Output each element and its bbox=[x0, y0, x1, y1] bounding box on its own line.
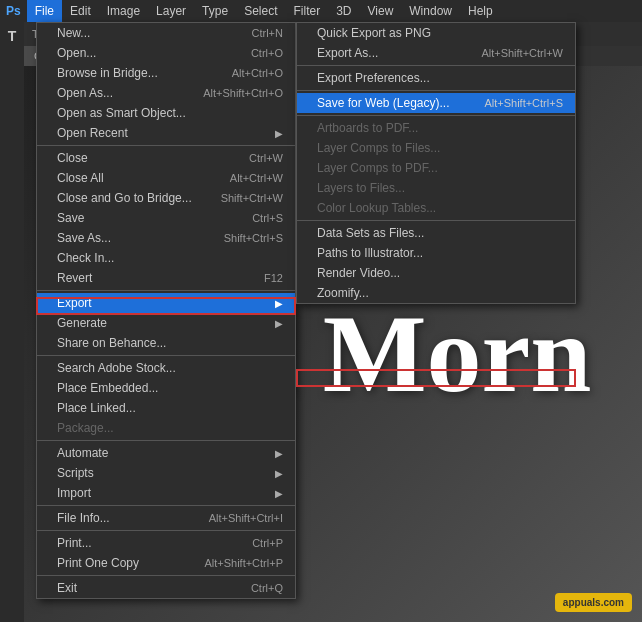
menu-item-open-recent[interactable]: Open Recent ▶ bbox=[37, 123, 295, 143]
export-quick[interactable]: Quick Export as PNG bbox=[297, 23, 575, 43]
menu-item-check-in[interactable]: Check In... bbox=[37, 248, 295, 268]
menu-ps-icon[interactable]: Ps bbox=[0, 0, 27, 22]
export-artboards-pdf[interactable]: Artboards to PDF... bbox=[297, 118, 575, 138]
export-prefs[interactable]: Export Preferences... bbox=[297, 68, 575, 88]
menu-item-import[interactable]: Import ▶ bbox=[37, 483, 295, 503]
menu-type[interactable]: Type bbox=[194, 0, 236, 22]
export-sep-4 bbox=[297, 220, 575, 221]
menu-item-search-stock[interactable]: Search Adobe Stock... bbox=[37, 358, 295, 378]
menu-item-file-info[interactable]: File Info... Alt+Shift+Ctrl+I bbox=[37, 508, 295, 528]
export-sep-2 bbox=[297, 90, 575, 91]
menu-item-print-one[interactable]: Print One Copy Alt+Shift+Ctrl+P bbox=[37, 553, 295, 573]
menu-item-open-as[interactable]: Open As... Alt+Shift+Ctrl+O bbox=[37, 83, 295, 103]
export-layer-comps-files[interactable]: Layer Comps to Files... bbox=[297, 138, 575, 158]
export-sep-1 bbox=[297, 65, 575, 66]
menu-select[interactable]: Select bbox=[236, 0, 285, 22]
menu-item-export[interactable]: Export ▶ bbox=[37, 293, 295, 313]
export-submenu: Quick Export as PNG Export As... Alt+Shi… bbox=[296, 22, 576, 304]
menu-item-close-all[interactable]: Close All Alt+Ctrl+W bbox=[37, 168, 295, 188]
menu-bar: Ps File Edit Image Layer Type Select Fil… bbox=[0, 0, 642, 22]
export-layer-comps-pdf[interactable]: Layer Comps to PDF... bbox=[297, 158, 575, 178]
menu-item-place-linked[interactable]: Place Linked... bbox=[37, 398, 295, 418]
menu-file[interactable]: File bbox=[27, 0, 62, 22]
menu-edit[interactable]: Edit bbox=[62, 0, 99, 22]
menu-item-scripts[interactable]: Scripts ▶ bbox=[37, 463, 295, 483]
menu-item-close[interactable]: Close Ctrl+W bbox=[37, 148, 295, 168]
menu-separator-7 bbox=[37, 575, 295, 576]
export-layers-files[interactable]: Layers to Files... bbox=[297, 178, 575, 198]
menu-item-automate[interactable]: Automate ▶ bbox=[37, 443, 295, 463]
menu-separator-6 bbox=[37, 530, 295, 531]
menu-item-share[interactable]: Share on Behance... bbox=[37, 333, 295, 353]
menu-item-close-bridge[interactable]: Close and Go to Bridge... Shift+Ctrl+W bbox=[37, 188, 295, 208]
menu-item-save-as[interactable]: Save As... Shift+Ctrl+S bbox=[37, 228, 295, 248]
export-paths-illustrator[interactable]: Paths to Illustrator... bbox=[297, 243, 575, 263]
export-save-web[interactable]: Save for Web (Legacy)... Alt+Shift+Ctrl+… bbox=[297, 93, 575, 113]
menu-image[interactable]: Image bbox=[99, 0, 148, 22]
menu-item-new[interactable]: New... Ctrl+N bbox=[37, 23, 295, 43]
menu-filter[interactable]: Filter bbox=[285, 0, 328, 22]
export-as[interactable]: Export As... Alt+Shift+Ctrl+W bbox=[297, 43, 575, 63]
menu-separator-3 bbox=[37, 355, 295, 356]
menu-item-open-smart[interactable]: Open as Smart Object... bbox=[37, 103, 295, 123]
export-render-video[interactable]: Render Video... bbox=[297, 263, 575, 283]
menu-help[interactable]: Help bbox=[460, 0, 501, 22]
menu-item-exit[interactable]: Exit Ctrl+Q bbox=[37, 578, 295, 598]
export-sep-3 bbox=[297, 115, 575, 116]
menu-separator-1 bbox=[37, 145, 295, 146]
menu-layer[interactable]: Layer bbox=[148, 0, 194, 22]
menu-item-browse[interactable]: Browse in Bridge... Alt+Ctrl+O bbox=[37, 63, 295, 83]
menu-3d[interactable]: 3D bbox=[328, 0, 359, 22]
menu-item-place-embedded[interactable]: Place Embedded... bbox=[37, 378, 295, 398]
export-zoomify[interactable]: Zoomify... bbox=[297, 283, 575, 303]
menu-window[interactable]: Window bbox=[401, 0, 460, 22]
menu-separator-2 bbox=[37, 290, 295, 291]
file-menu-dropdown: New... Ctrl+N Open... Ctrl+O Browse in B… bbox=[36, 22, 296, 599]
menu-view[interactable]: View bbox=[360, 0, 402, 22]
left-toolbar: T bbox=[0, 22, 24, 622]
menu-item-generate[interactable]: Generate ▶ bbox=[37, 313, 295, 333]
menu-separator-4 bbox=[37, 440, 295, 441]
menu-item-print[interactable]: Print... Ctrl+P bbox=[37, 533, 295, 553]
menu-separator-5 bbox=[37, 505, 295, 506]
menu-item-package[interactable]: Package... bbox=[37, 418, 295, 438]
menu-item-save[interactable]: Save Ctrl+S bbox=[37, 208, 295, 228]
export-data-sets[interactable]: Data Sets as Files... bbox=[297, 223, 575, 243]
watermark: appuals.com bbox=[555, 593, 632, 612]
menu-item-open[interactable]: Open... Ctrl+O bbox=[37, 43, 295, 63]
export-color-lookup[interactable]: Color Lookup Tables... bbox=[297, 198, 575, 218]
menu-item-revert[interactable]: Revert F12 bbox=[37, 268, 295, 288]
